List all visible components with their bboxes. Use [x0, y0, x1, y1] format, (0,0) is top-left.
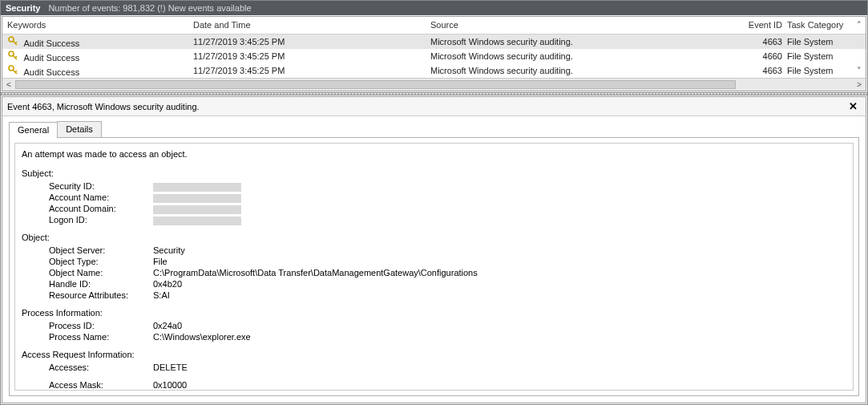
redacted-value — [153, 217, 241, 225]
key-icon — [7, 50, 18, 61]
section-subject: Subject: — [22, 168, 846, 179]
event-rows: Audit Success 11/27/2019 3:45:25 PM Micr… — [2, 34, 866, 78]
section-access: Access Request Information: — [22, 349, 846, 360]
tab-body: An attempt was made to access an object.… — [9, 137, 859, 396]
object-server-value: Security — [153, 245, 185, 256]
scroll-thumb[interactable] — [15, 80, 736, 89]
resource-attr-label: Resource Attributes: — [49, 290, 153, 301]
row-taskcat: File System — [787, 37, 853, 47]
process-name-value: C:\Windows\explorer.exe — [153, 331, 251, 342]
row-source: Microsoft Windows security auditing. — [430, 66, 742, 75]
horizontal-scrollbar[interactable]: < > — [2, 78, 866, 91]
row-date: 11/27/2019 3:45:25 PM — [193, 37, 430, 47]
section-object: Object: — [22, 232, 846, 243]
log-name: Security — [6, 3, 40, 13]
detail-title: Event 4663, Microsoft Windows security a… — [7, 102, 200, 111]
accesses-value: DELETE — [153, 362, 188, 373]
detail-pane: Event 4663, Microsoft Windows security a… — [2, 96, 866, 403]
scroll-right-icon[interactable]: > — [853, 80, 866, 89]
redacted-value — [153, 194, 241, 203]
tab-details[interactable]: Details — [57, 121, 102, 137]
key-icon — [7, 35, 18, 47]
row-keywords: Audit Success — [23, 38, 79, 48]
handle-id-label: Handle ID: — [49, 278, 153, 290]
row-keywords: Audit Success — [23, 53, 79, 63]
redacted-value — [153, 205, 241, 214]
accesses-label: Accesses: — [49, 362, 153, 373]
event-description[interactable]: An attempt was made to access an object.… — [14, 143, 854, 391]
row-source: Microsoft Windows security auditing. — [430, 37, 742, 47]
access-mask-value: 0x10000 — [153, 379, 187, 391]
row-keywords: Audit Success — [23, 67, 79, 77]
row-taskcat: File System — [787, 51, 853, 61]
scroll-up-icon[interactable]: ˄ — [853, 20, 866, 30]
key-icon — [7, 64, 18, 75]
table-row[interactable]: Audit Success 11/27/2019 3:45:25 PM Micr… — [2, 34, 866, 49]
row-eventid: 4663 — [742, 66, 787, 75]
row-eventid: 4660 — [742, 51, 787, 61]
handle-id-value: 0x4b20 — [153, 278, 182, 290]
access-mask-label: Access Mask: — [49, 379, 153, 391]
process-id-value: 0x24a0 — [153, 320, 182, 331]
row-eventid: 4663 — [742, 37, 787, 47]
object-name-label: Object Name: — [49, 267, 153, 278]
account-name-label: Account Name: — [49, 192, 153, 203]
account-domain-label: Account Domain: — [49, 203, 153, 214]
row-date: 11/27/2019 3:45:25 PM — [193, 66, 430, 75]
object-name-value: C:\ProgramData\Microsoft\Data Transfer\D… — [153, 267, 478, 278]
table-row[interactable]: Audit Success 11/27/2019 3:45:25 PM Micr… — [2, 63, 866, 78]
scroll-left-icon[interactable]: < — [2, 80, 15, 89]
column-date[interactable]: Date and Time — [193, 20, 430, 30]
splitter[interactable] — [1, 92, 867, 95]
svg-line-5 — [15, 56, 17, 58]
events-count-label: Number of events: 981,832 (!) New events… — [48, 3, 251, 13]
section-process: Process Information: — [22, 307, 846, 318]
resource-attr-value: S:AI — [153, 290, 170, 301]
column-taskcat[interactable]: Task Category — [787, 20, 853, 30]
object-type-label: Object Type: — [49, 256, 153, 267]
event-list-pane: Keywords Date and Time Source Event ID T… — [2, 16, 866, 91]
detail-title-bar: Event 4663, Microsoft Windows security a… — [2, 97, 866, 116]
tab-general[interactable]: General — [9, 122, 58, 138]
close-icon[interactable]: ✕ — [846, 100, 861, 112]
column-source[interactable]: Source — [430, 20, 742, 30]
detail-tabs: General Details — [2, 116, 866, 137]
process-id-label: Process ID: — [49, 320, 153, 331]
object-server-label: Object Server: — [49, 245, 153, 256]
row-source: Microsoft Windows security auditing. — [430, 51, 742, 61]
security-id-label: Security ID: — [49, 180, 153, 192]
table-row[interactable]: Audit Success 11/27/2019 3:45:25 PM Micr… — [2, 49, 866, 63]
svg-line-8 — [15, 71, 17, 72]
column-keywords[interactable]: Keywords — [7, 20, 193, 30]
event-message: An attempt was made to access an object. — [22, 148, 846, 160]
object-type-value: File — [153, 256, 168, 267]
process-name-label: Process Name: — [49, 331, 153, 342]
logon-id-label: Logon ID: — [49, 214, 153, 225]
column-headers: Keywords Date and Time Source Event ID T… — [2, 17, 866, 34]
titlebar: Security Number of events: 981,832 (!) N… — [1, 1, 867, 15]
row-taskcat: File System — [787, 66, 853, 75]
column-eventid[interactable]: Event ID — [742, 20, 787, 30]
row-date: 11/27/2019 3:45:25 PM — [193, 51, 430, 61]
redacted-value — [153, 183, 241, 192]
svg-line-2 — [15, 42, 17, 43]
scroll-down-icon[interactable]: ˅ — [853, 66, 866, 76]
